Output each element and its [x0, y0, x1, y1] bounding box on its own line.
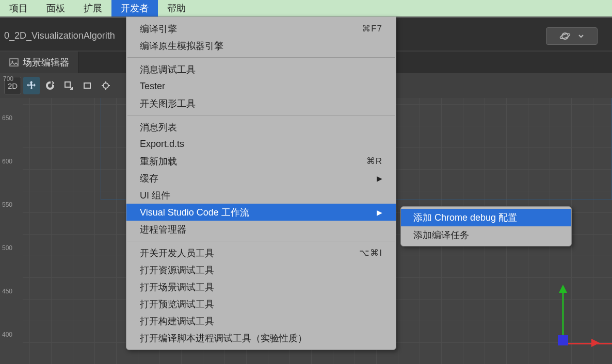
- svg-rect-0: [65, 82, 70, 87]
- menu-item-label: 打开资源调试工具: [140, 264, 214, 276]
- menu-item-label: Export.d.ts: [140, 139, 184, 150]
- menu-item[interactable]: 打开预览调试工具: [126, 295, 396, 312]
- rotate-tool-button[interactable]: [42, 77, 58, 94]
- menu-面板[interactable]: 面板: [37, 0, 74, 16]
- rect-tool-button[interactable]: [79, 77, 95, 94]
- menu-item[interactable]: 编译原生模拟器引擎: [126, 37, 396, 54]
- scale-tool-button[interactable]: [60, 77, 77, 94]
- menu-item[interactable]: UI 组件: [126, 187, 396, 204]
- menu-item-label: 编译引擎: [140, 23, 177, 35]
- image-icon: [9, 58, 19, 67]
- planet-dropdown-button[interactable]: [546, 27, 598, 45]
- menu-separator: [127, 241, 395, 241]
- menu-item-label: 打开构建调试工具: [140, 315, 214, 327]
- ruler-tick: 600: [2, 158, 12, 165]
- menu-item[interactable]: 消息调试工具: [126, 61, 396, 78]
- ruler-tick: 450: [2, 288, 12, 295]
- vscode-submenu: 添加 Chrome debug 配置添加编译任务: [400, 206, 572, 246]
- menu-item-label: 打开场景调试工具: [140, 281, 214, 293]
- svg-point-6: [559, 32, 570, 39]
- menu-item-label: 编译原生模拟器引擎: [140, 40, 223, 52]
- menu-shortcut: ⌥⌘I: [359, 247, 382, 258]
- svg-rect-3: [10, 59, 18, 66]
- ruler-tick: 650: [2, 114, 12, 122]
- tab-scene-editor[interactable]: 场景编辑器: [0, 52, 79, 73]
- menu-item[interactable]: Tester: [126, 78, 396, 95]
- menu-item-label: Visual Studio Code 工作流: [140, 206, 249, 219]
- menu-item[interactable]: 缓存▶: [126, 170, 396, 187]
- menu-item-label: 打开编译脚本进程调试工具（实验性质）: [140, 332, 307, 344]
- move-tool-button[interactable]: [23, 77, 40, 94]
- svg-rect-1: [84, 83, 90, 88]
- planet-icon: [559, 30, 571, 42]
- chevron-down-icon: [578, 33, 584, 39]
- ruler-vertical: 650600550500450400350: [0, 98, 23, 364]
- menu-item-label: 消息调试工具: [140, 63, 196, 76]
- menu-item[interactable]: 打开构建调试工具: [126, 312, 396, 329]
- menu-item-label: 打开预览调试工具: [140, 298, 214, 310]
- submenu-arrow-icon: ▶: [377, 208, 382, 217]
- menu-separator: [127, 115, 395, 115]
- ruler-tick: 500: [2, 244, 12, 252]
- menu-item[interactable]: 打开编译脚本进程调试工具（实验性质）: [126, 329, 396, 346]
- menu-separator: [127, 57, 395, 58]
- submenu-item[interactable]: 添加编译任务: [401, 226, 571, 244]
- svg-point-2: [103, 83, 108, 88]
- menu-item[interactable]: 进程管理器: [126, 221, 396, 238]
- menu-item[interactable]: 重新加载⌘R: [126, 153, 396, 170]
- menu-item-label: 缓存: [140, 172, 158, 185]
- menu-item[interactable]: 开关开发人员工具⌥⌘I: [126, 244, 396, 261]
- menu-item[interactable]: 打开场景调试工具: [126, 278, 396, 295]
- axis-gizmo: [529, 287, 597, 354]
- menu-item-label: 消息列表: [140, 121, 177, 134]
- menu-扩展[interactable]: 扩展: [74, 0, 111, 16]
- anchor-tool-button[interactable]: [98, 77, 114, 94]
- menubar: 项目面板扩展开发者帮助: [0, 0, 612, 16]
- scene-tab-label: 场景编辑器: [23, 56, 69, 69]
- menu-item-label: 重新加载: [140, 155, 177, 168]
- menu-item-label: 开关图形工具: [140, 97, 196, 110]
- menu-item[interactable]: 开关图形工具: [126, 95, 396, 112]
- menu-item-label: 进程管理器: [140, 223, 186, 236]
- menu-项目[interactable]: 项目: [0, 0, 37, 16]
- menu-item-label: Tester: [140, 81, 165, 92]
- menu-item[interactable]: Visual Studio Code 工作流▶: [126, 204, 396, 221]
- submenu-item[interactable]: 添加 Chrome debug 配置: [401, 209, 571, 226]
- menu-帮助[interactable]: 帮助: [158, 0, 195, 16]
- menu-item[interactable]: 编译引擎⌘F7: [126, 20, 396, 37]
- ruler-tick: 400: [2, 331, 12, 338]
- developer-menu: 编译引擎⌘F7编译原生模拟器引擎消息调试工具Tester开关图形工具消息列表Ex…: [126, 16, 396, 350]
- menu-item-label: 开关开发人员工具: [140, 247, 214, 259]
- ruler-tick: 550: [2, 201, 12, 208]
- menu-开发者[interactable]: 开发者: [111, 0, 158, 16]
- menu-item[interactable]: 打开资源调试工具: [126, 261, 396, 278]
- menu-item[interactable]: Export.d.ts: [126, 136, 396, 153]
- submenu-arrow-icon: ▶: [377, 174, 382, 183]
- project-tab[interactable]: 0_2D_VisualizationAlgorith: [0, 21, 123, 51]
- menu-shortcut: ⌘R: [366, 156, 382, 167]
- menu-item-label: UI 组件: [140, 189, 170, 202]
- ruler-origin-label: 700: [3, 75, 13, 82]
- menu-shortcut: ⌘F7: [362, 23, 382, 34]
- menu-item[interactable]: 消息列表: [126, 119, 396, 136]
